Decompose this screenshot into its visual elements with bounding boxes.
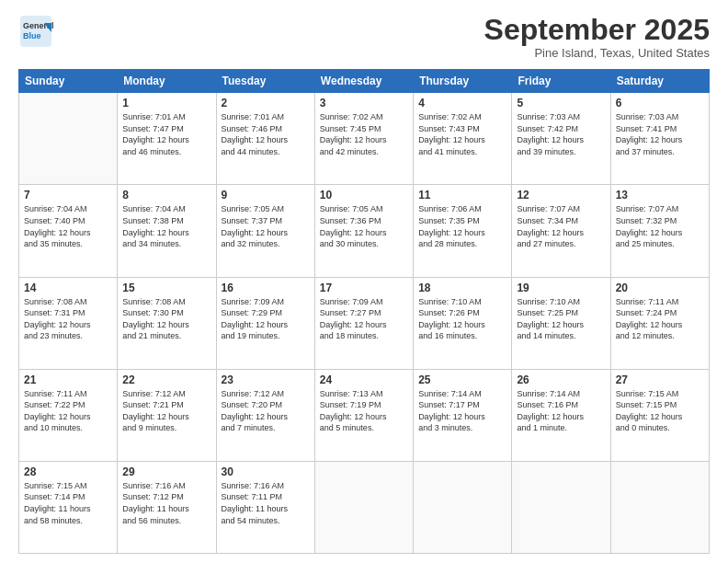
table-row: 8Sunrise: 7:04 AM Sunset: 7:38 PM Daylig… (118, 185, 216, 277)
day-info: Sunrise: 7:13 AM Sunset: 7:19 PM Dayligh… (320, 388, 408, 434)
day-number: 17 (320, 282, 408, 294)
table-row: 23Sunrise: 7:12 AM Sunset: 7:20 PM Dayli… (216, 369, 314, 461)
table-row: 27Sunrise: 7:15 AM Sunset: 7:15 PM Dayli… (610, 369, 709, 461)
day-info: Sunrise: 7:08 AM Sunset: 7:30 PM Dayligh… (122, 296, 210, 342)
header-saturday: Saturday (610, 70, 709, 93)
day-number: 10 (320, 189, 408, 201)
day-number: 9 (222, 189, 310, 201)
day-info: Sunrise: 7:03 AM Sunset: 7:41 PM Dayligh… (616, 111, 704, 157)
calendar-table: Sunday Monday Tuesday Wednesday Thursday… (18, 69, 710, 554)
day-info: Sunrise: 7:09 AM Sunset: 7:27 PM Dayligh… (320, 296, 408, 342)
table-row: 9Sunrise: 7:05 AM Sunset: 7:37 PM Daylig… (216, 185, 314, 277)
day-info: Sunrise: 7:11 AM Sunset: 7:22 PM Dayligh… (24, 388, 112, 434)
weekday-header-row: Sunday Monday Tuesday Wednesday Thursday… (19, 70, 710, 93)
table-row: 6Sunrise: 7:03 AM Sunset: 7:41 PM Daylig… (610, 93, 709, 185)
day-number: 26 (517, 373, 605, 386)
table-row (414, 461, 512, 553)
day-info: Sunrise: 7:15 AM Sunset: 7:15 PM Dayligh… (616, 388, 704, 434)
day-number: 22 (122, 373, 210, 386)
header-monday: Monday (118, 70, 216, 93)
day-number: 19 (517, 282, 605, 294)
table-row: 25Sunrise: 7:14 AM Sunset: 7:17 PM Dayli… (414, 369, 512, 461)
day-info: Sunrise: 7:12 AM Sunset: 7:20 PM Dayligh… (222, 388, 310, 434)
day-number: 13 (616, 189, 704, 201)
day-number: 3 (320, 97, 408, 109)
day-number: 28 (24, 465, 112, 478)
day-number: 23 (222, 373, 310, 386)
day-info: Sunrise: 7:12 AM Sunset: 7:21 PM Dayligh… (122, 388, 210, 434)
day-info: Sunrise: 7:11 AM Sunset: 7:24 PM Dayligh… (616, 296, 704, 342)
day-number: 6 (616, 97, 704, 109)
day-number: 29 (122, 465, 210, 478)
header-friday: Friday (512, 70, 610, 93)
day-info: Sunrise: 7:02 AM Sunset: 7:45 PM Dayligh… (320, 111, 408, 157)
calendar-week-row: 28Sunrise: 7:15 AM Sunset: 7:14 PM Dayli… (19, 461, 710, 553)
day-info: Sunrise: 7:10 AM Sunset: 7:26 PM Dayligh… (418, 296, 506, 342)
header-thursday: Thursday (414, 70, 512, 93)
day-info: Sunrise: 7:14 AM Sunset: 7:16 PM Dayligh… (517, 388, 605, 434)
logo: General Blue (18, 14, 53, 49)
table-row (19, 93, 118, 185)
day-info: Sunrise: 7:01 AM Sunset: 7:47 PM Dayligh… (122, 111, 210, 157)
location: Pine Island, Texas, United States (484, 46, 710, 60)
table-row: 13Sunrise: 7:07 AM Sunset: 7:32 PM Dayli… (610, 185, 709, 277)
day-info: Sunrise: 7:09 AM Sunset: 7:29 PM Dayligh… (222, 296, 310, 342)
header-sunday: Sunday (19, 70, 118, 93)
table-row: 17Sunrise: 7:09 AM Sunset: 7:27 PM Dayli… (314, 277, 413, 369)
day-number: 4 (418, 97, 506, 109)
table-row: 3Sunrise: 7:02 AM Sunset: 7:45 PM Daylig… (314, 93, 413, 185)
day-info: Sunrise: 7:05 AM Sunset: 7:37 PM Dayligh… (222, 203, 310, 249)
table-row: 30Sunrise: 7:16 AM Sunset: 7:11 PM Dayli… (216, 461, 314, 553)
day-info: Sunrise: 7:08 AM Sunset: 7:31 PM Dayligh… (24, 296, 112, 342)
day-number: 8 (122, 189, 210, 201)
table-row (314, 461, 413, 553)
day-number: 20 (616, 282, 704, 294)
day-info: Sunrise: 7:05 AM Sunset: 7:36 PM Dayligh… (320, 203, 408, 249)
table-row: 2Sunrise: 7:01 AM Sunset: 7:46 PM Daylig… (216, 93, 314, 185)
table-row (512, 461, 610, 553)
table-row: 21Sunrise: 7:11 AM Sunset: 7:22 PM Dayli… (19, 369, 118, 461)
calendar-week-row: 7Sunrise: 7:04 AM Sunset: 7:40 PM Daylig… (19, 185, 710, 277)
table-row: 18Sunrise: 7:10 AM Sunset: 7:26 PM Dayli… (414, 277, 512, 369)
day-info: Sunrise: 7:07 AM Sunset: 7:34 PM Dayligh… (517, 203, 605, 249)
day-number: 18 (418, 282, 506, 294)
day-number: 21 (24, 373, 112, 386)
table-row: 14Sunrise: 7:08 AM Sunset: 7:31 PM Dayli… (19, 277, 118, 369)
day-number: 27 (616, 373, 704, 386)
day-info: Sunrise: 7:10 AM Sunset: 7:25 PM Dayligh… (517, 296, 605, 342)
table-row: 22Sunrise: 7:12 AM Sunset: 7:21 PM Dayli… (118, 369, 216, 461)
table-row: 12Sunrise: 7:07 AM Sunset: 7:34 PM Dayli… (512, 185, 610, 277)
day-info: Sunrise: 7:02 AM Sunset: 7:43 PM Dayligh… (418, 111, 506, 157)
calendar-week-row: 14Sunrise: 7:08 AM Sunset: 7:31 PM Dayli… (19, 277, 710, 369)
header: General Blue September 2025 Pine Island,… (18, 14, 710, 60)
day-number: 7 (24, 189, 112, 201)
day-info: Sunrise: 7:06 AM Sunset: 7:35 PM Dayligh… (418, 203, 506, 249)
logo-icon: General Blue (18, 14, 53, 49)
day-number: 30 (222, 465, 310, 478)
day-info: Sunrise: 7:16 AM Sunset: 7:11 PM Dayligh… (222, 480, 310, 526)
day-number: 25 (418, 373, 506, 386)
calendar-week-row: 21Sunrise: 7:11 AM Sunset: 7:22 PM Dayli… (19, 369, 710, 461)
day-info: Sunrise: 7:01 AM Sunset: 7:46 PM Dayligh… (222, 111, 310, 157)
title-block: September 2025 Pine Island, Texas, Unite… (484, 14, 710, 60)
day-number: 5 (517, 97, 605, 109)
table-row: 1Sunrise: 7:01 AM Sunset: 7:47 PM Daylig… (118, 93, 216, 185)
header-tuesday: Tuesday (216, 70, 314, 93)
day-info: Sunrise: 7:07 AM Sunset: 7:32 PM Dayligh… (616, 203, 704, 249)
month-title: September 2025 (484, 14, 710, 46)
table-row: 5Sunrise: 7:03 AM Sunset: 7:42 PM Daylig… (512, 93, 610, 185)
day-number: 15 (122, 282, 210, 294)
day-number: 16 (222, 282, 310, 294)
table-row: 29Sunrise: 7:16 AM Sunset: 7:12 PM Dayli… (118, 461, 216, 553)
page: General Blue September 2025 Pine Island,… (0, 0, 728, 563)
table-row: 10Sunrise: 7:05 AM Sunset: 7:36 PM Dayli… (314, 185, 413, 277)
table-row: 28Sunrise: 7:15 AM Sunset: 7:14 PM Dayli… (19, 461, 118, 553)
table-row: 26Sunrise: 7:14 AM Sunset: 7:16 PM Dayli… (512, 369, 610, 461)
calendar-week-row: 1Sunrise: 7:01 AM Sunset: 7:47 PM Daylig… (19, 93, 710, 185)
day-info: Sunrise: 7:15 AM Sunset: 7:14 PM Dayligh… (24, 480, 112, 526)
day-number: 24 (320, 373, 408, 386)
day-info: Sunrise: 7:04 AM Sunset: 7:40 PM Dayligh… (24, 203, 112, 249)
table-row: 7Sunrise: 7:04 AM Sunset: 7:40 PM Daylig… (19, 185, 118, 277)
day-info: Sunrise: 7:03 AM Sunset: 7:42 PM Dayligh… (517, 111, 605, 157)
table-row: 4Sunrise: 7:02 AM Sunset: 7:43 PM Daylig… (414, 93, 512, 185)
